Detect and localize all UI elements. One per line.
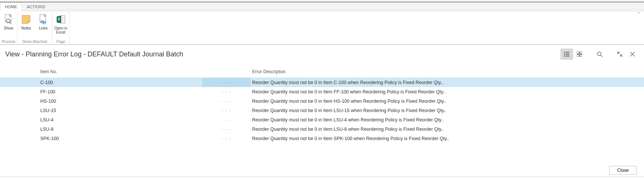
cell-error-desc: Reorder Quantity must not be 0 in Item H…	[251, 99, 644, 104]
svg-rect-18	[577, 52, 579, 54]
open-in-excel-label: Open in Excel	[54, 26, 67, 34]
cell-error-desc: Reorder Quantity must not be 0 in Item L…	[251, 127, 644, 132]
cell-error-desc: Reorder Quantity must not be 0 in Item L…	[251, 117, 644, 123]
row-actions-button[interactable]: · · ·	[202, 78, 251, 87]
table-header: Item No. Error Description	[0, 66, 644, 78]
column-item-no[interactable]: Item No.	[40, 69, 202, 74]
view-list-button[interactable]	[560, 49, 573, 60]
tiles-icon	[577, 52, 582, 57]
table-row[interactable]: C-100· · ·Reorder Quantity must not be 0…	[0, 78, 644, 87]
contract-icon	[617, 51, 623, 57]
table-row[interactable]: SPK-100· · ·Reorder Quantity must not be…	[0, 134, 644, 143]
row-actions-button[interactable]: · · ·	[202, 134, 251, 143]
svg-rect-13	[566, 52, 569, 53]
ribbon-group-show-attached: Notes Links Show Attached	[18, 11, 52, 44]
search-icon	[597, 51, 603, 57]
content-area: Item No. Error Description C-100· · ·Reo…	[0, 62, 644, 165]
show-label: Show	[4, 26, 13, 30]
svg-point-16	[564, 56, 565, 57]
tab-home[interactable]: HOME	[0, 2, 22, 11]
document-link-icon	[38, 14, 48, 25]
cell-item-no: SPK-100	[40, 136, 202, 141]
svg-rect-21	[580, 55, 582, 57]
ribbon-group-label-page: Page	[52, 39, 69, 44]
table-row[interactable]: HS-100· · ·Reorder Quantity must not be …	[0, 96, 644, 106]
excel-icon: X	[56, 14, 66, 25]
page-header: View - Planning Error Log - DEFAULT Defa…	[0, 45, 644, 62]
cell-error-desc: Reorder Quantity must not be 0 in Item F…	[251, 89, 644, 95]
ribbon-collapse-button[interactable]: ˄	[635, 12, 643, 18]
contract-window-button[interactable]	[613, 49, 626, 60]
cell-error-desc: Reorder Quantity must not be 0 in Item L…	[251, 108, 644, 113]
row-actions-button[interactable]: · · ·	[202, 96, 251, 106]
row-actions-button[interactable]: · · ·	[202, 87, 251, 96]
table-row[interactable]: FF-100· · ·Reorder Quantity must not be …	[0, 87, 644, 96]
cell-item-no: LSU-8	[40, 127, 202, 132]
cell-item-no: C-100	[40, 80, 202, 85]
cell-item-no: FF-100	[40, 89, 202, 95]
svg-line-2	[10, 22, 11, 24]
open-in-excel-button[interactable]: X Open in Excel	[52, 13, 69, 39]
svg-rect-20	[577, 55, 579, 57]
list-icon	[564, 52, 570, 57]
ribbon-group-label-show-attached: Show Attached	[18, 39, 52, 44]
close-icon	[629, 51, 635, 57]
ribbon-group-page: X Open in Excel Page	[52, 11, 70, 44]
error-table: Item No. Error Description C-100· · ·Reo…	[0, 66, 644, 143]
svg-line-23	[601, 55, 602, 57]
table-row[interactable]: LSU-15· · ·Reorder Quantity must not be …	[0, 106, 644, 115]
links-label: Links	[39, 26, 47, 30]
show-button[interactable]: Show	[0, 13, 17, 39]
cell-item-no: LSU-4	[40, 117, 202, 123]
cell-item-no: HS-100	[40, 99, 202, 104]
column-error-desc[interactable]: Error Description	[251, 69, 644, 74]
table-row[interactable]: LSU-8· · ·Reorder Quantity must not be 0…	[0, 124, 644, 134]
row-actions-button[interactable]: · · ·	[202, 124, 251, 134]
header-toolbar	[560, 49, 639, 60]
svg-rect-17	[566, 56, 569, 56]
document-magnify-icon	[3, 14, 14, 25]
search-button[interactable]	[593, 49, 606, 60]
ribbon-group-process: Show Process	[0, 11, 18, 44]
notes-label: Notes	[21, 26, 31, 30]
row-actions-button[interactable]: · · ·	[202, 106, 251, 115]
svg-rect-19	[580, 52, 582, 54]
note-icon	[21, 14, 31, 25]
cell-item-no: LSU-15	[40, 108, 202, 113]
ribbon-group-label-process: Process	[0, 39, 17, 44]
view-tiles-button[interactable]	[573, 49, 586, 60]
notes-button[interactable]: Notes	[18, 13, 35, 39]
svg-text:X: X	[58, 17, 60, 21]
page-title: View - Planning Error Log - DEFAULT Defa…	[5, 50, 560, 58]
svg-point-12	[564, 52, 565, 53]
ribbon: Show Process Notes	[0, 11, 644, 45]
svg-point-22	[597, 52, 601, 56]
svg-point-14	[564, 54, 565, 55]
cell-error-desc: Reorder Quantity must not be 0 in Item S…	[251, 136, 644, 141]
svg-line-25	[621, 55, 622, 57]
svg-rect-15	[566, 54, 569, 55]
tab-actions[interactable]: ACTIONS	[22, 2, 50, 11]
table-row[interactable]: LSU-4· · ·Reorder Quantity must not be 0…	[0, 115, 644, 124]
row-actions-button[interactable]: · · ·	[202, 115, 251, 124]
svg-line-24	[617, 52, 619, 53]
ribbon-tabs: HOME ACTIONS	[0, 2, 644, 11]
close-window-button[interactable]	[626, 49, 639, 60]
cell-error-desc: Reorder Quantity must not be 0 in Item C…	[251, 80, 644, 85]
links-button[interactable]: Links	[35, 13, 52, 39]
